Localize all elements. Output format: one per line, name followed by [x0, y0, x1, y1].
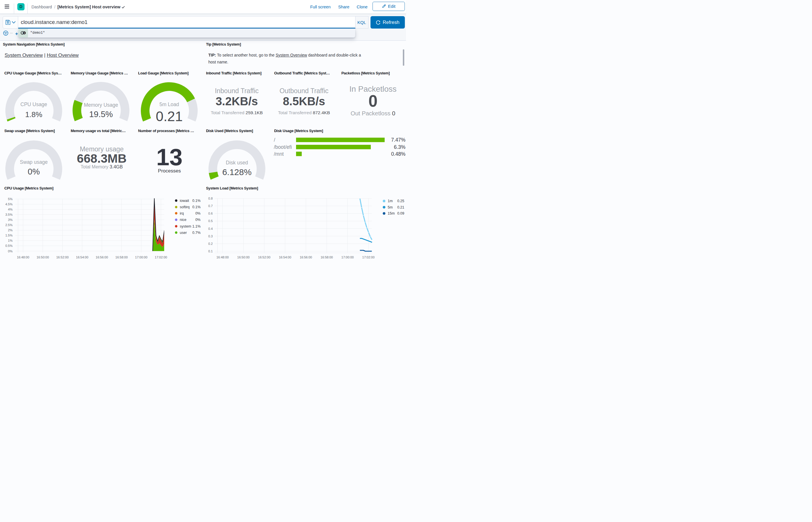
svg-text:0.1: 0.1: [208, 249, 213, 253]
svg-text:3.2KB/s: 3.2KB/s: [216, 95, 258, 107]
svg-text:Swap usage: Swap usage: [20, 159, 47, 165]
svg-text:Total Memory 3.4GB: Total Memory 3.4GB: [81, 164, 123, 169]
svg-text:Total Transferred 872.4KB: Total Transferred 872.4KB: [278, 110, 330, 115]
svg-text:0%: 0%: [28, 167, 40, 176]
svg-text:13: 13: [156, 144, 182, 170]
svg-text:7.47%: 7.47%: [391, 137, 405, 143]
svg-text:/boot/efi: /boot/efi: [274, 144, 292, 150]
svg-text:iowait: iowait: [180, 199, 189, 203]
svg-text:3%: 3%: [8, 218, 13, 221]
svg-text:0.5%: 0.5%: [5, 244, 13, 247]
svg-text:0.4: 0.4: [208, 227, 213, 230]
svg-text:system: system: [180, 224, 191, 228]
svg-text:0.09: 0.09: [397, 212, 404, 216]
svg-text:5%: 5%: [8, 197, 13, 201]
svg-text:16:54:00: 16:54:00: [279, 256, 291, 259]
svg-text:16:54:00: 16:54:00: [76, 256, 88, 259]
svg-text:16:48:00: 16:48:00: [216, 256, 229, 259]
svg-text:0.7: 0.7: [208, 204, 213, 208]
svg-text:irq: irq: [180, 212, 184, 216]
svg-text:16:50:00: 16:50:00: [237, 256, 250, 259]
svg-text:8.5KB/s: 8.5KB/s: [283, 95, 325, 107]
svg-text:Out Packetloss 0: Out Packetloss 0: [351, 110, 395, 117]
svg-text:668.3MB: 668.3MB: [77, 152, 126, 165]
svg-text:16:52:00: 16:52:00: [258, 256, 270, 259]
svg-text:softirq: softirq: [180, 205, 190, 209]
svg-text:V: V: [23, 32, 25, 34]
svg-text:4.5%: 4.5%: [5, 202, 13, 206]
svg-text:0.6: 0.6: [208, 212, 213, 215]
svg-text:nice: nice: [180, 218, 186, 222]
svg-text:19.5%: 19.5%: [89, 109, 113, 119]
svg-text:2.5%: 2.5%: [5, 223, 13, 227]
svg-text:0.8: 0.8: [208, 197, 213, 200]
svg-text:0.1%: 0.1%: [193, 199, 201, 203]
svg-text:0%: 0%: [8, 249, 13, 253]
svg-text:16:48:00: 16:48:00: [17, 256, 29, 259]
svg-text:16:56:00: 16:56:00: [96, 256, 108, 259]
svg-text:/mnt: /mnt: [274, 151, 284, 157]
svg-text:17:02:00: 17:02:00: [362, 256, 375, 259]
svg-text:0: 0: [369, 92, 378, 110]
svg-text:Memory Usage: Memory Usage: [84, 102, 118, 108]
svg-text:16:56:00: 16:56:00: [300, 256, 312, 259]
svg-text:0.21: 0.21: [156, 109, 183, 124]
svg-text:0.1%: 0.1%: [193, 205, 201, 209]
svg-text:17:02:00: 17:02:00: [155, 256, 167, 259]
svg-text:16:50:00: 16:50:00: [37, 256, 49, 259]
svg-text:2%: 2%: [8, 228, 13, 232]
svg-text:0.5: 0.5: [208, 219, 213, 223]
svg-text:5m Load: 5m Load: [159, 101, 179, 107]
svg-text:15m: 15m: [388, 212, 395, 216]
svg-text:16:58:00: 16:58:00: [115, 256, 128, 259]
svg-text:0.21: 0.21: [397, 205, 404, 209]
svg-text:6.3%: 6.3%: [394, 144, 405, 150]
svg-text:0.2: 0.2: [208, 242, 213, 245]
svg-text:0%: 0%: [195, 218, 201, 222]
svg-text:0%: 0%: [195, 212, 201, 216]
svg-text:16:52:00: 16:52:00: [56, 256, 69, 259]
svg-text:Inbound Traffic: Inbound Traffic: [215, 87, 259, 95]
svg-text:3.5%: 3.5%: [5, 213, 13, 216]
svg-text:1m: 1m: [388, 199, 393, 203]
svg-text:6.128%: 6.128%: [222, 167, 252, 177]
svg-text:Total Transferred 259.1KB: Total Transferred 259.1KB: [211, 110, 263, 115]
svg-text:1.1%: 1.1%: [193, 224, 201, 228]
svg-text:user: user: [180, 231, 187, 235]
svg-text:1.5%: 1.5%: [5, 234, 13, 237]
svg-text:4%: 4%: [8, 208, 13, 211]
svg-text:1.8%: 1.8%: [25, 110, 42, 119]
svg-text:0.25: 0.25: [397, 199, 404, 203]
svg-text:0.48%: 0.48%: [391, 151, 405, 157]
svg-text:17:00:00: 17:00:00: [341, 256, 354, 259]
svg-text:16:58:00: 16:58:00: [321, 256, 333, 259]
svg-text:Outbound Traffic: Outbound Traffic: [280, 87, 329, 95]
svg-text:CPU Usage: CPU Usage: [20, 101, 47, 107]
svg-text:Processes: Processes: [158, 168, 181, 174]
svg-text:1%: 1%: [8, 239, 13, 242]
svg-text:17:00:00: 17:00:00: [135, 256, 147, 259]
svg-text:/: /: [274, 137, 275, 143]
svg-text:Disk used: Disk used: [226, 160, 248, 165]
svg-text:0.3: 0.3: [208, 235, 213, 238]
svg-text:5m: 5m: [388, 205, 393, 209]
svg-text:0.7%: 0.7%: [193, 231, 201, 235]
